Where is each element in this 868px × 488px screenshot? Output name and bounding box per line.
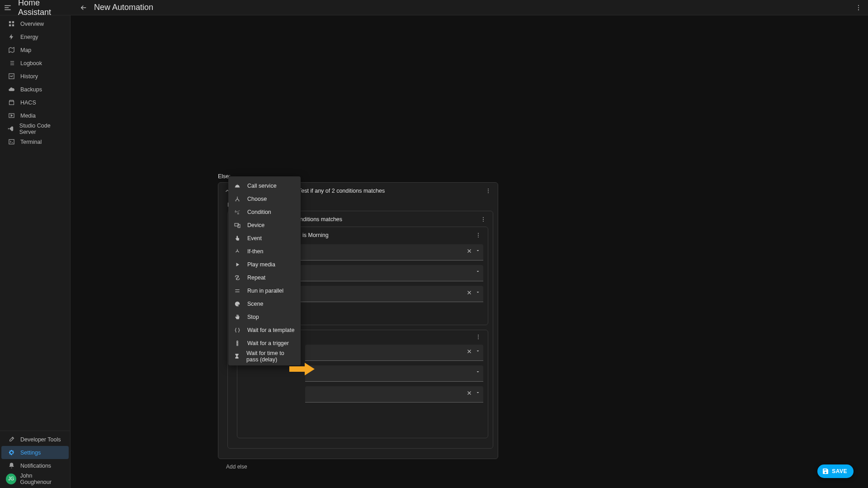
menu-item-condition[interactable]: ABCondition [228,205,301,218]
sidebar-item-label: Studio Code Server [19,123,64,135]
svg-rect-6 [9,21,10,23]
svg-point-22 [488,192,489,193]
sidebar-item-backups[interactable]: Backups [1,83,69,96]
svg-point-31 [478,237,479,237]
bell-icon [8,462,15,469]
chart-icon [8,73,15,80]
sidebar-item-map[interactable]: Map [1,43,69,57]
svg-point-29 [478,233,479,234]
clear-button[interactable] [466,248,472,254]
braces-icon [234,327,241,333]
sidebar-item-hacs[interactable]: HACS [1,96,69,109]
clear-button[interactable] [466,348,472,355]
svg-point-24 [483,219,484,220]
svg-point-30 [478,235,479,236]
menu-item-label: Call service [247,183,277,189]
menu-item-stop[interactable]: Stop [228,310,301,323]
sidebar-item-label: Logbook [20,60,42,66]
save-button[interactable]: SAVE [817,464,854,478]
sidebar-item-logbook[interactable]: Logbook [1,57,69,70]
menu-item-device[interactable]: Device [228,218,301,232]
devices-icon [234,222,241,228]
dropdown-button[interactable] [475,348,481,355]
caret-down-icon [475,369,481,374]
menu-item-wait-delay[interactable]: Wait for time to pass (delay) [228,350,301,363]
menu-item-label: Event [247,235,262,242]
panel-overflow-button[interactable] [473,334,483,340]
menu-item-label: Wait for a template [247,327,294,333]
sidebar-item-devtools[interactable]: Developer Tools [1,433,69,446]
dots-vertical-icon [485,188,491,194]
sidebar-item-notifications[interactable]: Notifications [1,459,69,472]
svg-rect-9 [12,24,14,26]
repeat-icon [234,275,241,281]
timer-sand-icon [234,353,240,360]
sidebar-item-terminal[interactable]: Terminal [1,135,69,148]
menu-item-if-then[interactable]: If-then [228,245,301,258]
menu-item-play-media[interactable]: Play media [228,258,301,271]
sidebar-item-history[interactable]: History [1,70,69,83]
menu-item-label: Run in parallel [247,288,283,294]
menu-item-label: Repeat [247,275,265,281]
panel-overflow-button[interactable] [478,216,488,223]
back-button[interactable] [76,0,91,15]
page-overflow-button[interactable] [851,0,866,15]
sidebar-item-label: Media [20,113,36,119]
svg-text:B: B [237,212,239,214]
caret-down-icon [475,248,481,253]
svg-point-32 [478,335,479,336]
sidebar-item-label: Energy [20,34,38,40]
sidebar: Overview Energy Map Logbook History Back… [0,15,71,488]
svg-point-3 [858,5,859,6]
svg-point-23 [483,217,484,218]
caret-down-icon [475,269,481,274]
sidebar-item-user[interactable]: JG John Goughenour [1,472,69,485]
sidebar-item-label: Developer Tools [20,436,61,443]
attribute-field-2[interactable] [305,365,483,382]
menu-item-repeat[interactable]: Repeat [228,271,301,284]
menu-item-wait-trigger[interactable]: Wait for a trigger [228,336,301,350]
editor-scroll[interactable]: Else: Perform an action if: Test if any … [71,15,861,488]
sidebar-item-energy[interactable]: Energy [1,30,69,43]
svg-point-4 [858,7,859,8]
menu-item-choose[interactable]: Choose [228,192,301,205]
sidebar-item-label: Settings [20,450,41,456]
add-else-button[interactable]: Add else [226,464,498,470]
menu-item-label: Condition [247,209,271,215]
dropdown-button[interactable] [475,248,481,254]
panel-over
ots-vertical-icon[interactable] [483,188,493,194]
dropdown-button[interactable] [475,289,481,296]
menu-item-parallel[interactable]: Run in parallel [228,284,301,297]
terminal-icon [8,138,15,145]
panel-overflow-button[interactable] [473,232,483,238]
svg-rect-8 [9,24,10,26]
sidebar-item-studio-code[interactable]: Studio Code Server [1,122,69,135]
menu-item-wait-template[interactable]: Wait for a template [228,323,301,336]
user-avatar: JG [6,474,16,484]
state-field-2[interactable] [305,386,483,403]
svg-point-41 [237,343,238,344]
menu-item-event[interactable]: Event [228,232,301,245]
entity-field-2[interactable] [305,345,483,361]
hamburger-icon [4,4,12,12]
sidebar-item-settings[interactable]: Settings [1,446,69,459]
menu-toggle-button[interactable] [0,0,15,15]
clear-button[interactable] [466,289,472,296]
sidebar-item-label: Notifications [20,463,51,469]
dropdown-button[interactable] [475,269,481,274]
sidebar-item-overview[interactable]: Overview [1,17,69,30]
clear-button[interactable] [466,390,472,396]
dropdown-button[interactable] [475,369,481,374]
svg-point-25 [483,221,484,222]
menu-item-scene[interactable]: Scene [228,297,301,310]
menu-item-call-service[interactable]: Call service [228,179,301,192]
main-area: Else: Perform an action if: Test if any … [71,15,861,488]
menu-item-label: Device [247,222,264,228]
annotation-arrow-icon [289,363,315,375]
close-icon [466,390,472,396]
map-icon [8,47,15,53]
user-name-label: John Goughenour [20,473,64,485]
sidebar-item-media[interactable]: Media [1,109,69,122]
dropdown-button[interactable] [475,390,481,396]
list-icon [8,60,15,66]
